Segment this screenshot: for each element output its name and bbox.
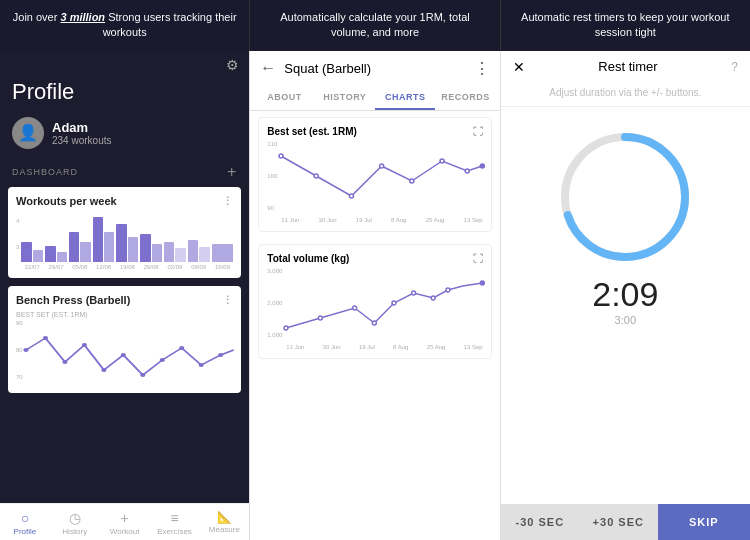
minus-30-button[interactable]: -30 SEC bbox=[501, 504, 579, 540]
workout-nav-icon: + bbox=[121, 510, 129, 526]
exercises-nav-icon: ≡ bbox=[170, 510, 178, 526]
profile-title: Profile bbox=[0, 79, 249, 113]
svg-point-16 bbox=[440, 159, 444, 163]
timer-area: 2:09 3:00 bbox=[501, 107, 750, 504]
expand-chart2-icon[interactable]: ⛶ bbox=[473, 253, 483, 264]
profile-nav-icon: ○ bbox=[21, 510, 29, 526]
skip-button[interactable]: SKIP bbox=[658, 504, 750, 540]
header-emphasis: 3 million bbox=[60, 11, 105, 23]
svg-point-19 bbox=[284, 326, 288, 330]
avatar: 👤 bbox=[12, 117, 44, 149]
expand-chart1-icon[interactable]: ⛶ bbox=[473, 126, 483, 137]
svg-point-11 bbox=[279, 154, 283, 158]
svg-point-1 bbox=[43, 336, 48, 340]
plus-30-button[interactable]: +30 SEC bbox=[579, 504, 657, 540]
svg-point-15 bbox=[410, 179, 414, 183]
p3-topbar: ✕ Rest timer ? bbox=[501, 51, 750, 83]
bottom-nav: ○ Profile ◷ History + Workout ≡ Exercise… bbox=[0, 503, 249, 540]
history-nav-icon: ◷ bbox=[69, 510, 81, 526]
bar-chart bbox=[21, 202, 233, 262]
svg-point-20 bbox=[319, 316, 323, 320]
chart1-title-text: Best set (est. 1RM) bbox=[267, 126, 356, 137]
nav-exercises-label: Exercises bbox=[157, 527, 192, 536]
timer-display: 2:09 bbox=[592, 275, 658, 314]
close-button[interactable]: ✕ bbox=[513, 59, 525, 75]
workout-count: 234 workouts bbox=[52, 135, 111, 146]
panel-rest-timer: ✕ Rest timer ? Adjust duration via the +… bbox=[501, 51, 750, 540]
exercise-tabs: ABOUT HISTORY CHARTS RECORDS bbox=[250, 86, 499, 111]
tab-about[interactable]: ABOUT bbox=[254, 86, 314, 110]
card2-more-icon[interactable]: ⋮ bbox=[222, 294, 233, 307]
total-volume-line-chart bbox=[286, 268, 482, 338]
nav-profile-label: Profile bbox=[14, 527, 37, 536]
svg-point-2 bbox=[62, 360, 67, 364]
tab-records[interactable]: RECORDS bbox=[435, 86, 495, 110]
nav-workout[interactable]: + Workout bbox=[100, 504, 150, 540]
chart1-title: Best set (est. 1RM) ⛶ bbox=[267, 126, 482, 137]
back-button[interactable]: ← bbox=[260, 59, 276, 77]
help-button[interactable]: ? bbox=[731, 60, 738, 74]
nav-measure[interactable]: 📐 Measure bbox=[199, 504, 249, 540]
svg-point-14 bbox=[380, 164, 384, 168]
more-options-icon[interactable]: ⋮ bbox=[474, 59, 490, 78]
svg-point-27 bbox=[481, 281, 485, 285]
chart2-title: Total volume (kg) ⛶ bbox=[267, 253, 482, 264]
svg-point-4 bbox=[101, 368, 106, 372]
panel-charts: ← Squat (Barbell) ⋮ ABOUT HISTORY CHARTS… bbox=[250, 51, 500, 540]
measure-nav-icon: 📐 bbox=[217, 510, 232, 524]
svg-point-8 bbox=[179, 346, 184, 350]
timer-title: Rest timer bbox=[598, 59, 657, 74]
workouts-per-week-card: Workouts per week ⋮ 4 3 bbox=[8, 187, 241, 278]
total-volume-chart-card: Total volume (kg) ⛶ 3,000 2,000 1,000 bbox=[258, 244, 491, 359]
timer-hint: Adjust duration via the +/- buttons. bbox=[501, 83, 750, 107]
panel-profile: ⚙ Profile 👤 Adam 234 workouts DASHBOARD … bbox=[0, 51, 250, 540]
p2-topbar: ← Squat (Barbell) ⋮ bbox=[250, 51, 499, 86]
svg-point-18 bbox=[481, 164, 485, 168]
chart2-title-text: Total volume (kg) bbox=[267, 253, 349, 264]
header-row: Join over 3 million Strong users trackin… bbox=[0, 0, 750, 51]
nav-profile[interactable]: ○ Profile bbox=[0, 504, 50, 540]
card2-title: Bench Press (Barbell) bbox=[16, 294, 130, 306]
best-set-chart-card: Best set (est. 1RM) ⛶ 110 100 90 bbox=[258, 117, 491, 232]
bench-press-line-chart bbox=[26, 320, 234, 385]
svg-point-9 bbox=[198, 363, 203, 367]
svg-point-17 bbox=[466, 169, 470, 173]
svg-point-22 bbox=[373, 321, 377, 325]
timer-controls: -30 SEC +30 SEC SKIP bbox=[501, 504, 750, 540]
gear-icon[interactable]: ⚙ bbox=[226, 57, 239, 73]
nav-workout-label: Workout bbox=[110, 527, 140, 536]
svg-point-23 bbox=[392, 301, 396, 305]
card2-subtitle: BEST SET (EST. 1RM) bbox=[16, 311, 233, 318]
svg-point-24 bbox=[412, 291, 416, 295]
dashboard-text: DASHBOARD bbox=[12, 167, 78, 177]
best-set-line-chart bbox=[281, 141, 482, 211]
nav-exercises[interactable]: ≡ Exercises bbox=[150, 504, 200, 540]
nav-history[interactable]: ◷ History bbox=[50, 504, 100, 540]
username: Adam bbox=[52, 120, 111, 135]
svg-point-6 bbox=[140, 373, 145, 377]
header-cell-3: Automatic rest timers to keep your worko… bbox=[501, 0, 750, 51]
dashboard-label: DASHBOARD + bbox=[0, 159, 249, 183]
bar-labels: 22/07 29/07 05/08 12/08 19/08 26/08 02/0… bbox=[21, 264, 233, 270]
panels-container: ⚙ Profile 👤 Adam 234 workouts DASHBOARD … bbox=[0, 51, 750, 540]
chart2-x-labels: 11 Jun 30 Jun 19 Jul 8 Aug 25 Aug 13 Sep bbox=[286, 344, 482, 350]
svg-point-7 bbox=[159, 358, 164, 362]
svg-point-3 bbox=[81, 343, 86, 347]
add-widget-button[interactable]: + bbox=[227, 163, 237, 181]
timer-total: 3:00 bbox=[615, 314, 636, 326]
svg-point-10 bbox=[218, 353, 223, 357]
svg-point-25 bbox=[432, 296, 436, 300]
nav-history-label: History bbox=[62, 527, 87, 536]
exercise-title: Squat (Barbell) bbox=[284, 61, 473, 76]
tab-history[interactable]: HISTORY bbox=[315, 86, 375, 110]
card2-header: Bench Press (Barbell) ⋮ bbox=[16, 294, 233, 307]
bench-press-card: Bench Press (Barbell) ⋮ BEST SET (EST. 1… bbox=[8, 286, 241, 393]
svg-point-26 bbox=[446, 288, 450, 292]
tab-charts[interactable]: CHARTS bbox=[375, 86, 435, 110]
user-info: 👤 Adam 234 workouts bbox=[0, 113, 249, 159]
chart1-x-labels: 11 Jun 30 Jun 19 Jul 8 Aug 25 Aug 13 Sep bbox=[281, 217, 482, 223]
svg-point-21 bbox=[353, 306, 357, 310]
p1-topbar: ⚙ bbox=[0, 51, 249, 79]
svg-point-0 bbox=[23, 348, 28, 352]
svg-point-12 bbox=[315, 174, 319, 178]
